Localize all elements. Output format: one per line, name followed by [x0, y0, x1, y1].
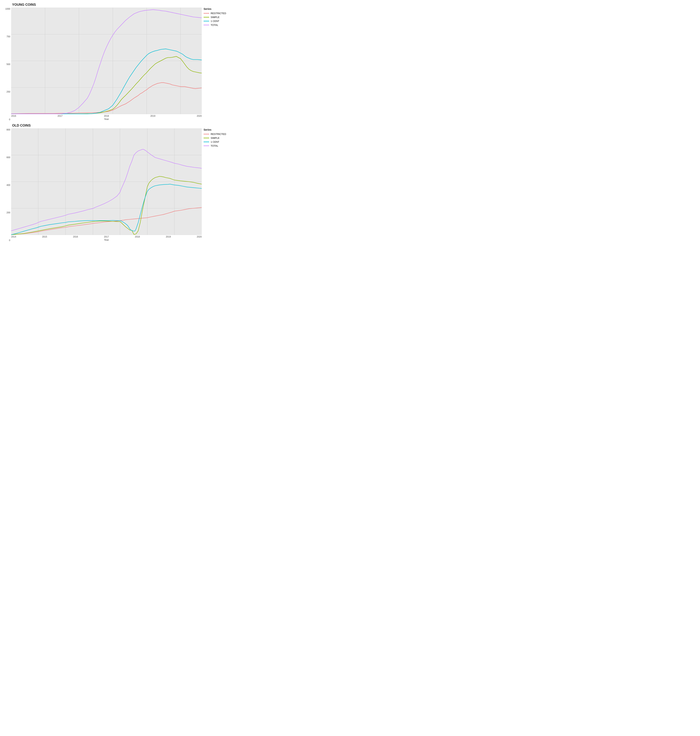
y-tick-250: 250: [6, 91, 10, 93]
old-coins-svg: [11, 128, 202, 235]
legend-restricted-1: RESTRICTED: [204, 12, 229, 15]
y-tick-0: 0: [9, 118, 10, 121]
legend-simple-label-1: SIMPLE: [211, 16, 219, 19]
page: YOUNG COINS 1000 750 500 250 0: [0, 0, 233, 245]
legend-1cent-line-1: [204, 21, 209, 21]
old-x-tick-2019: 2019: [166, 235, 171, 238]
legend-1cent-label-1: 1 CENT: [211, 20, 219, 22]
legend-simple-1: SIMPLE: [204, 16, 229, 19]
old-x-tick-2016: 2016: [73, 235, 78, 238]
legend-1cent-1: 1 CENT: [204, 20, 229, 22]
legend-total-2: TOTAL: [204, 144, 229, 147]
old-x-tick-2018: 2018: [135, 235, 140, 238]
young-coins-section: YOUNG COINS 1000 750 500 250 0: [2, 2, 231, 121]
young-coins-title: YOUNG COINS: [2, 2, 202, 7]
legend-simple-line-2: [204, 138, 209, 138]
y-tick-1000: 1000: [5, 7, 10, 10]
old-y-tick-600: 600: [6, 156, 10, 159]
x-tick-2017: 2017: [57, 115, 63, 117]
old-y-tick-800: 800: [6, 128, 10, 131]
old-coins-chart-area: OLD COINS 800 600 400 200 0: [2, 123, 202, 242]
young-coins-with-axes: 1000 750 500 250 0: [2, 7, 202, 121]
young-coins-plot-and-x: 2016 2017 2018 2019 2020 Year: [11, 7, 202, 121]
x-tick-2016: 2016: [11, 115, 16, 117]
legend-simple-line-1: [204, 17, 209, 18]
old-y-tick-200: 200: [6, 211, 10, 214]
old-x-tick-2020: 2020: [197, 235, 202, 238]
young-coins-legend-title: Series: [204, 7, 229, 10]
x-tick-2020: 2020: [197, 115, 202, 117]
legend-total-line-1: [204, 25, 209, 25]
young-coins-svg: [11, 7, 202, 114]
old-coins-title: OLD COINS: [2, 123, 202, 128]
legend-restricted-line-2: [204, 134, 209, 134]
old-coins-y-axis: 800 600 400 200 0: [2, 128, 11, 242]
old-x-tick-2014: 2014: [11, 235, 16, 238]
old-x-tick-2015: 2015: [42, 235, 47, 238]
old-y-tick-400: 400: [6, 184, 10, 187]
young-coins-legend: Series RESTRICTED SIMPLE 1 CENT TOTAL: [202, 2, 231, 121]
legend-restricted-line-1: [204, 13, 209, 13]
legend-restricted-2: RESTRICTED: [204, 133, 229, 135]
legend-restricted-label-2: RESTRICTED: [211, 133, 226, 135]
legend-simple-2: SIMPLE: [204, 137, 229, 140]
y-tick-750: 750: [6, 35, 10, 38]
legend-total-label-1: TOTAL: [211, 24, 218, 26]
young-coins-chart-area: YOUNG COINS 1000 750 500 250 0: [2, 2, 202, 121]
legend-1cent-line-2: [204, 142, 209, 142]
x-tick-2018: 2018: [104, 115, 109, 117]
legend-total-label-2: TOTAL: [211, 144, 218, 147]
old-coins-x-label: Year: [11, 238, 202, 242]
old-coins-plot-and-x: 2014 2015 2016 2017 2018 2019 2020 Year: [11, 128, 202, 242]
legend-1cent-2: 1 CENT: [204, 141, 229, 143]
young-coins-y-axis: 1000 750 500 250 0: [2, 7, 11, 121]
young-coins-plot: [11, 7, 202, 114]
legend-1cent-label-2: 1 CENT: [211, 141, 219, 143]
old-coins-with-axes: 800 600 400 200 0: [2, 128, 202, 242]
old-coins-x-axis: 2014 2015 2016 2017 2018 2019 2020: [11, 235, 202, 238]
old-coins-plot: [11, 128, 202, 235]
legend-total-1: TOTAL: [204, 24, 229, 26]
old-coins-section: OLD COINS 800 600 400 200 0: [2, 123, 231, 242]
y-tick-500: 500: [6, 63, 10, 66]
legend-restricted-label-1: RESTRICTED: [211, 12, 226, 15]
young-coins-x-label: Year: [11, 117, 202, 121]
old-y-tick-0: 0: [9, 239, 10, 242]
legend-total-line-2: [204, 145, 209, 146]
old-x-tick-2017: 2017: [104, 235, 109, 238]
old-coins-legend: Series RESTRICTED SIMPLE 1 CENT TOTAL: [202, 123, 231, 242]
young-coins-x-axis: 2016 2017 2018 2019 2020: [11, 114, 202, 117]
old-coins-legend-title: Series: [204, 128, 229, 131]
x-tick-2019: 2019: [150, 115, 156, 117]
legend-simple-label-2: SIMPLE: [211, 137, 219, 140]
